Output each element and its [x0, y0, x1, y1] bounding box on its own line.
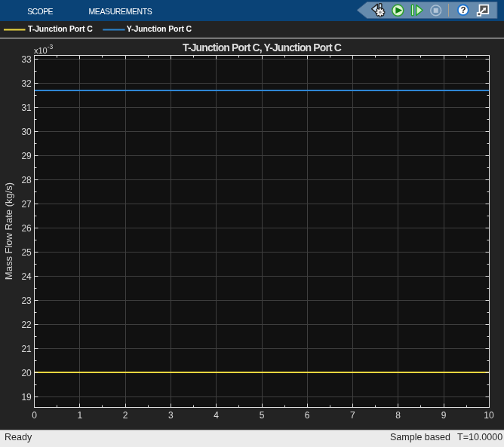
svg-text:3: 3	[168, 410, 174, 421]
svg-text:30: 30	[21, 127, 32, 137]
svg-text:T-Junction Port C: T-Junction Port C	[28, 24, 93, 33]
svg-text:9: 9	[441, 410, 447, 421]
svg-text:?: ?	[460, 5, 466, 14]
svg-text:27: 27	[21, 199, 32, 210]
svg-text:8: 8	[395, 410, 401, 421]
svg-text:MEASUREMENTS: MEASUREMENTS	[89, 7, 152, 16]
svg-text:31: 31	[21, 103, 32, 113]
svg-text:33: 33	[21, 54, 32, 65]
svg-text:28: 28	[21, 175, 32, 185]
svg-text:19: 19	[21, 392, 32, 403]
svg-text:21: 21	[21, 344, 32, 354]
svg-text:23: 23	[21, 295, 32, 306]
svg-text:7: 7	[350, 410, 355, 421]
svg-text:5: 5	[260, 410, 265, 421]
svg-text:0: 0	[32, 410, 37, 421]
svg-text:29: 29	[21, 151, 32, 161]
svg-text:1: 1	[77, 410, 82, 421]
svg-text:22: 22	[21, 320, 32, 330]
svg-text:T-Junction Port C, Y-Junction: T-Junction Port C, Y-Junction Port C	[183, 41, 342, 54]
svg-text:SCOPE: SCOPE	[27, 7, 53, 16]
svg-text:4: 4	[214, 410, 219, 421]
svg-text:2: 2	[123, 410, 128, 421]
svg-text:20: 20	[21, 368, 32, 378]
svg-text:10: 10	[484, 410, 494, 421]
svg-text:25: 25	[21, 247, 32, 258]
svg-text:6: 6	[305, 410, 310, 421]
svg-text:Mass Flow Rate (kg/s): Mass Flow Rate (kg/s)	[3, 182, 14, 280]
svg-text:24: 24	[21, 271, 32, 282]
svg-text:32: 32	[21, 78, 32, 89]
svg-text:26: 26	[21, 223, 32, 234]
svg-text:Y-Junction Port C: Y-Junction Port C	[127, 24, 192, 33]
